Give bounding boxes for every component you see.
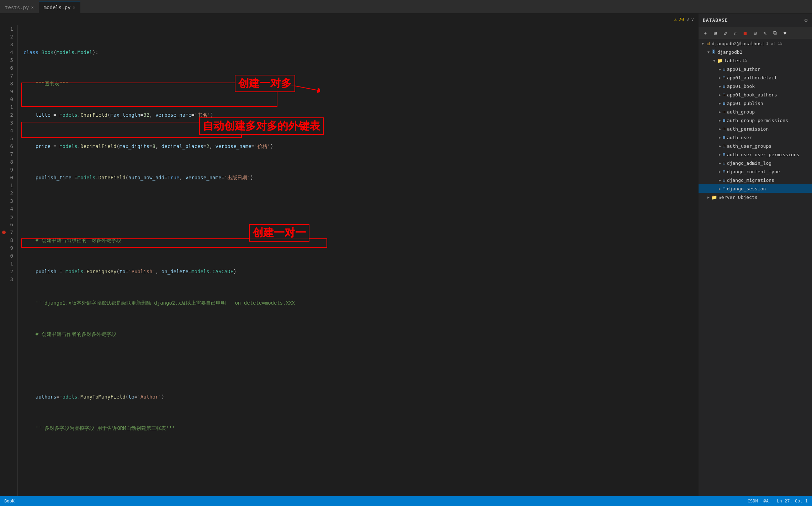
table-name: auth_group_permissions [727,118,788,123]
table-item-django_session[interactable]: ▶ ⊞ django_session [699,184,812,193]
table-icon: ⊞ [723,84,726,89]
ln-9: 9 [7,88,13,95]
ln-19: 9 [7,166,13,174]
table-expand-arrow[interactable]: ▶ [717,101,723,105]
ln-23: 3 [7,197,13,205]
table-expand-arrow[interactable]: ▶ [717,67,723,71]
nav-down-icon[interactable]: ∨ [691,17,694,22]
sync-button[interactable]: ⇄ [731,29,739,37]
code-line-6 [23,205,698,213]
table-expand-arrow[interactable]: ▶ [717,93,723,97]
table-expand-arrow[interactable]: ▶ [717,118,723,122]
ln-29: 9 [7,244,13,252]
code-content[interactable]: 1 2 3 4 5 6 7 8 9 0 1 2 3 4 5 6 7 [0,25,698,496]
table-item-app01_authordetail[interactable]: ▶ ⊞ app01_authordetail [699,73,812,82]
tab-tests-py[interactable]: tests.py × [0,1,39,13]
table-item-auth_group_permissions[interactable]: ▶ ⊞ auth_group_permissions [699,116,812,125]
refresh-button[interactable]: ↺ [721,29,729,37]
table-item-auth_user_groups[interactable]: ▶ ⊞ auth_user_groups [699,142,812,150]
add-connection-button[interactable]: + [701,29,709,37]
table-item-auth_group[interactable]: ▶ ⊞ auth_group [699,107,812,116]
table-item-app01_book_authors[interactable]: ▶ ⊞ app01_book_authors [699,90,812,99]
tab-models-py[interactable]: models.py × [39,1,80,13]
nav-up-icon[interactable]: ∧ [687,17,690,22]
table-expand-arrow[interactable]: ▶ [717,178,723,182]
table-expand-arrow[interactable]: ▶ [717,136,723,139]
ln-22: 2 [7,189,13,197]
table-icon: ⊞ [723,152,726,157]
table-item-auth_user[interactable]: ▶ ⊞ auth_user [699,133,812,142]
table-item-app01_author[interactable]: ▶ ⊞ app01_author [699,65,812,73]
table-item-django_migrations[interactable]: ▶ ⊞ django_migrations [699,176,812,184]
ln-5: 5 [7,56,13,64]
editor-wrapper: 1 2 3 4 5 6 7 8 9 0 1 2 3 4 5 6 7 [0,25,698,496]
line-numbers: 1 2 3 4 5 6 7 8 9 0 1 2 3 4 5 6 7 [0,25,18,496]
code-line-13: '''多对多字段为虚拟字段 用于告诉ORM自动创建第三张表''' [23,424,698,432]
db-server-objects-item[interactable]: ▶ 📁 Server Objects [699,193,812,201]
main-layout: ⚠ 20 ∧ ∨ 1 2 3 4 5 6 7 8 [0,14,812,496]
table-list: ▶ ⊞ app01_author ▶ ⊞ app01_authordetail … [699,65,812,193]
code-line-11 [23,362,698,369]
table-name: auth_permission [727,126,769,132]
table-expand-arrow[interactable]: ▶ [717,110,723,114]
table-item-django_content_type[interactable]: ▶ ⊞ django_content_type [699,167,812,176]
editor-header: ⚠ 20 ∧ ∨ [0,14,698,25]
table-name: django_content_type [727,169,780,174]
ln-30: 0 [7,252,13,260]
status-csdn: CSDN [748,499,758,504]
ln-20: 0 [7,174,13,181]
table-expand-arrow[interactable]: ▶ [717,187,723,191]
table-icon: ⊞ [723,135,726,140]
server-objects-expand-arrow[interactable]: ▶ [706,195,711,199]
tab-close-models[interactable]: × [73,5,75,10]
table-item-auth_user_user_permissions[interactable]: ▶ ⊞ auth_user_user_permissions [699,150,812,159]
filter-button[interactable]: ▼ [781,29,789,37]
copy-button[interactable]: ⧉ [771,29,779,37]
code-line-7: # 创建书籍与出版社的一对多外键字段 [23,236,698,244]
db-connection-item[interactable]: ▼ 🖥 djangodb2@localhost 1 of 15 [699,39,812,48]
table-expand-arrow[interactable]: ▶ [717,144,723,148]
ln-28: 8 [7,236,13,244]
tables-expand-arrow[interactable]: ▼ [711,59,717,63]
tab-bar: tests.py × models.py × [0,0,812,14]
code-line-10: # 创建书籍与作者的多对多外键字段 [23,330,698,338]
table-view-button[interactable]: ⊟ [751,29,759,37]
edit-button[interactable]: ✎ [761,29,769,37]
table-item-app01_book[interactable]: ▶ ⊞ app01_book [699,82,812,90]
schema-label: djangodb2 [717,49,742,55]
table-icon: ⊞ [723,118,726,123]
table-expand-arrow[interactable]: ▶ [717,161,723,165]
table-name: app01_author [727,67,760,72]
table-expand-arrow[interactable]: ▶ [717,76,723,80]
duplicate-button[interactable]: ⊞ [711,29,719,37]
ln-13: 3 [7,119,13,127]
table-item-auth_permission[interactable]: ▶ ⊞ auth_permission [699,125,812,133]
ln-21: 1 [7,181,13,189]
ln-27: 7 [7,228,13,236]
connection-expand-arrow[interactable]: ▼ [700,42,706,46]
ln-4: 4 [7,48,13,56]
nav-arrows[interactable]: ∧ ∨ [687,17,694,22]
stop-button[interactable]: ■ [741,29,749,37]
ln-24: 4 [7,205,13,213]
tab-close-tests[interactable]: × [31,5,33,10]
table-expand-arrow[interactable]: ▶ [717,153,723,157]
settings-icon[interactable]: ⚙ [804,17,808,23]
schema-expand-arrow[interactable]: ▼ [706,50,711,54]
db-schema-item[interactable]: ▼ 🗄 djangodb2 [699,48,812,56]
table-expand-arrow[interactable]: ▶ [717,127,723,131]
table-expand-arrow[interactable]: ▶ [717,84,723,88]
table-expand-arrow[interactable]: ▶ [717,170,723,174]
table-name: django_migrations [727,178,774,183]
table-item-django_admin_log[interactable]: ▶ ⊞ django_admin_log [699,159,812,167]
table-name: app01_authordetail [727,75,777,80]
table-name: app01_book [727,84,755,89]
code-line-12: authors=models.ManyToManyField(to='Autho… [23,393,698,401]
code-lines[interactable]: class BooK(models.Model): """图书表""" titl… [18,25,698,496]
db-tables-folder[interactable]: ▼ 📁 tables 15 [699,56,812,65]
table-item-app01_publish[interactable]: ▶ ⊞ app01_publish [699,99,812,107]
ln-18: 8 [7,158,13,166]
warning-badge: ⚠ 20 [674,17,684,22]
status-position: Ln 27, Col 1 [777,499,808,504]
editor-area: ⚠ 20 ∧ ∨ 1 2 3 4 5 6 7 8 [0,14,698,496]
